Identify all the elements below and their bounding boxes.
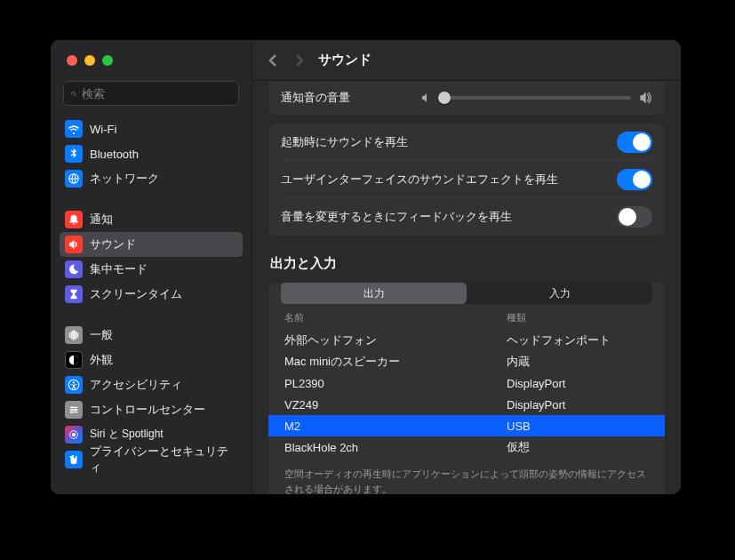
sidebar-item-label: プライバシーとセキュリティ — [90, 444, 237, 476]
device-row[interactable]: BlackHole 2ch仮想 — [281, 436, 652, 458]
setting-label: ユーザインターフェイスのサウンドエフェクトを再生 — [281, 172, 558, 188]
column-type: 種類 — [507, 311, 649, 324]
sidebar-item--[interactable]: ネットワーク — [60, 166, 243, 191]
moon-icon — [65, 260, 83, 278]
maximize-button[interactable] — [102, 55, 113, 66]
sidebar-item-label: 一般 — [90, 327, 113, 343]
sidebar-item-wi-fi[interactable]: Wi-Fi — [60, 116, 243, 141]
sidebar-item-label: スクリーンタイム — [90, 286, 182, 302]
header: サウンド — [252, 40, 681, 81]
siri-icon — [65, 426, 83, 444]
device-type: USB — [507, 420, 649, 433]
hourglass-icon — [65, 285, 83, 303]
setting-label: 音量を変更するときにフィードバックを再生 — [281, 209, 512, 225]
device-row[interactable]: Mac miniのスピーカー内蔵 — [281, 351, 652, 372]
contrast-icon — [65, 351, 83, 369]
device-type: DisplayPort — [507, 398, 649, 412]
minimize-button[interactable] — [84, 55, 95, 66]
settings-window: Wi-FiBluetoothネットワーク通知サウンド集中モードスクリーンタイム一… — [51, 40, 681, 494]
volume-low-icon — [419, 91, 434, 105]
sidebar-item--[interactable]: アクセシビリティ — [60, 372, 243, 397]
content: 通知音の音量 起動時にサウンドを再生ユーザインターフェイスのサウンドエフェクトを… — [252, 81, 681, 494]
device-type: DisplayPort — [507, 377, 649, 390]
back-button[interactable] — [268, 53, 277, 68]
setting-row: ユーザインターフェイスのサウンドエフェクトを再生 — [281, 161, 652, 198]
volume-high-icon — [638, 91, 652, 105]
sidebar-item--[interactable]: 一般 — [60, 323, 243, 348]
device-row[interactable]: 外部ヘッドフォンヘッドフォンポート — [281, 330, 652, 351]
sidebar-item-label: 通知 — [90, 212, 113, 228]
sliders-icon — [65, 401, 83, 419]
sidebar-item--[interactable]: 通知 — [60, 207, 243, 232]
hand-icon — [65, 451, 83, 468]
setting-row: 起動時にサウンドを再生 — [281, 124, 652, 161]
sidebar-item--[interactable]: 外観 — [60, 348, 243, 372]
io-section-title: 出力と入力 — [270, 255, 665, 272]
toggle-switch[interactable] — [617, 206, 652, 228]
svg-point-1 — [72, 333, 76, 337]
search-input[interactable] — [82, 87, 231, 100]
slider-thumb[interactable] — [438, 92, 451, 104]
device-type: 内蔵 — [507, 354, 649, 370]
sidebar: Wi-FiBluetoothネットワーク通知サウンド集中モードスクリーンタイム一… — [51, 40, 252, 494]
sidebar-item-label: アクセシビリティ — [90, 377, 182, 393]
accessibility-icon — [65, 376, 83, 394]
svg-point-7 — [70, 411, 72, 412]
device-list: 外部ヘッドフォンヘッドフォンポートMac miniのスピーカー内蔵PL2390D… — [281, 330, 652, 458]
search-field[interactable] — [63, 81, 239, 106]
sidebar-item-label: Siri と Spotlight — [90, 428, 164, 440]
sidebar-item-bluetooth[interactable]: Bluetooth — [60, 141, 243, 166]
sidebar-item--[interactable]: プライバシーとセキュリティ — [60, 447, 243, 472]
svg-point-5 — [71, 406, 73, 408]
alert-volume-slider[interactable] — [441, 96, 631, 100]
sidebar-item-label: ネットワーク — [90, 171, 159, 187]
search-icon — [71, 88, 76, 100]
sidebar-item-label: 集中モード — [90, 261, 148, 277]
globe-icon — [65, 170, 83, 188]
device-row[interactable]: VZ249DisplayPort — [281, 394, 652, 415]
tab-output[interactable]: 出力 — [281, 283, 467, 304]
tab-input[interactable]: 入力 — [467, 283, 652, 304]
device-name: M2 — [284, 420, 507, 433]
sidebar-item--[interactable]: 集中モード — [60, 257, 243, 282]
setting-row: 音量を変更するときにフィードバックを再生 — [281, 198, 652, 236]
sidebar-item-label: コントロールセンター — [90, 402, 205, 418]
gear-icon — [65, 326, 83, 344]
device-type: 仮想 — [507, 439, 649, 455]
toggle-switch[interactable] — [617, 169, 652, 190]
device-row[interactable]: M2USB — [268, 415, 665, 436]
close-button[interactable] — [67, 55, 77, 66]
device-table-header: 名前 種類 — [281, 304, 652, 330]
device-name: PL2390 — [284, 377, 507, 390]
io-tabs: 出力 入力 — [281, 283, 652, 304]
window-controls — [51, 40, 252, 81]
device-row[interactable]: PL2390DisplayPort — [281, 372, 652, 394]
sidebar-item-label: Bluetooth — [90, 148, 139, 161]
sidebar-item-label: Wi-Fi — [90, 123, 116, 136]
svg-point-6 — [75, 409, 76, 411]
sidebar-item--[interactable]: コントロールセンター — [60, 397, 243, 422]
forward-button[interactable] — [295, 53, 304, 68]
sidebar-item-label: 外観 — [90, 352, 113, 368]
bell-icon — [65, 211, 83, 228]
device-type: ヘッドフォンポート — [507, 332, 649, 348]
device-name: 外部ヘッドフォン — [284, 332, 507, 348]
wifi-icon — [65, 120, 83, 138]
alert-volume-label: 通知音の音量 — [281, 90, 350, 106]
sidebar-list: Wi-FiBluetoothネットワーク通知サウンド集中モードスクリーンタイム一… — [51, 115, 252, 494]
device-name: Mac miniのスピーカー — [284, 354, 507, 370]
device-name: BlackHole 2ch — [284, 441, 507, 454]
svg-point-4 — [73, 381, 75, 383]
sidebar-item--[interactable]: スクリーンタイム — [60, 282, 243, 307]
device-name: VZ249 — [284, 398, 507, 412]
main-panel: サウンド 通知音の音量 起動時にサウンドを再生ユーザインターフェイスのサウンドエ… — [252, 40, 681, 494]
sidebar-item-label: サウンド — [90, 236, 136, 252]
toggle-switch[interactable] — [617, 132, 652, 153]
setting-label: 起動時にサウンドを再生 — [281, 134, 408, 150]
sidebar-item--[interactable]: サウンド — [60, 232, 243, 257]
speaker-icon — [65, 236, 83, 253]
column-name: 名前 — [284, 311, 507, 324]
svg-point-9 — [72, 433, 76, 436]
page-title: サウンド — [318, 52, 371, 68]
spatial-audio-footnote: 空間オーディオの再生時にアプリケーションによって頭部の姿勢の情報にアクセスされる… — [281, 458, 652, 494]
